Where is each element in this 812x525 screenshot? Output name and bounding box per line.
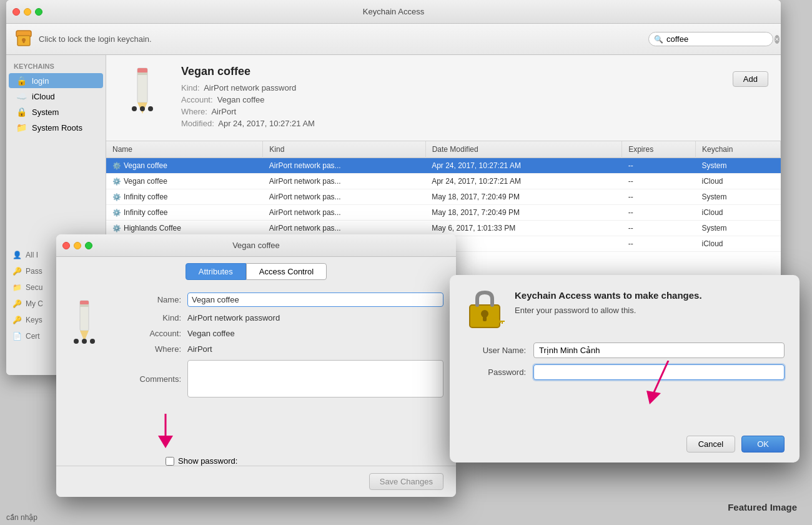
svg-marker-28 bbox=[646, 391, 661, 404]
form-where-value: AirPort bbox=[187, 344, 443, 354]
cell-kind: AirPort network pas... bbox=[263, 205, 425, 221]
table-row[interactable]: ⚙️Vegan coffee AirPort network pas... Ap… bbox=[106, 174, 781, 189]
col-date-modified[interactable]: Date Modified bbox=[425, 141, 622, 158]
vegan-dialog: Vegan coffee Attributes Access Control N… bbox=[56, 234, 456, 497]
minimize-button[interactable] bbox=[24, 8, 31, 16]
lock-icon-system: 🔒 bbox=[16, 107, 27, 117]
auth-dialog: Keychain Access wants to make changes. E… bbox=[450, 275, 800, 462]
sidebar-item-system[interactable]: 🔒 System bbox=[9, 104, 103, 119]
form-where-label: Where: bbox=[125, 344, 187, 354]
traffic-lights bbox=[12, 8, 42, 16]
form-name-value bbox=[187, 292, 443, 307]
svg-point-10 bbox=[148, 106, 153, 111]
row-icon: ⚙️ bbox=[112, 178, 121, 185]
cell-keychain: System bbox=[696, 221, 781, 236]
search-icon: 🔍 bbox=[654, 35, 663, 44]
table-row[interactable]: ⚙️Highlands Coffee AirPort network pas..… bbox=[106, 221, 781, 236]
tab-access-control[interactable]: Access Control bbox=[246, 263, 327, 280]
close-button[interactable] bbox=[12, 8, 20, 16]
cell-name: ⚙️Vegan coffee bbox=[106, 174, 263, 189]
cell-keychain: iCloud bbox=[696, 174, 781, 189]
show-password-checkbox[interactable] bbox=[166, 457, 174, 466]
auth-buttons: Cancel OK bbox=[465, 436, 785, 452]
bg-item-passwords: 🔑Pass bbox=[6, 263, 56, 279]
auth-fields: User Name: Password: bbox=[465, 342, 785, 380]
search-clear-button[interactable]: ✕ bbox=[775, 35, 780, 44]
cell-expires: -- bbox=[622, 189, 696, 205]
cell-keychain: System bbox=[696, 158, 781, 174]
cancel-button[interactable]: Cancel bbox=[686, 436, 735, 452]
ok-button[interactable]: OK bbox=[741, 436, 785, 452]
sidebar-item-icloud[interactable]: ☁️ iCloud bbox=[9, 89, 103, 104]
row-icon: ⚙️ bbox=[112, 162, 121, 169]
row-icon: ⚙️ bbox=[112, 224, 121, 232]
detail-info: Vegan coffee Kind: AirPort network passw… bbox=[181, 65, 720, 131]
cell-kind: AirPort network pas... bbox=[263, 189, 425, 205]
auth-username-input[interactable] bbox=[533, 342, 785, 358]
cell-date-modified: Apr 24, 2017, 10:27:21 AM bbox=[425, 174, 622, 189]
col-kind[interactable]: Kind bbox=[263, 141, 425, 158]
form-name-label: Name: bbox=[125, 295, 187, 304]
main-titlebar: Keychain Access bbox=[6, 0, 781, 24]
featured-image-label: Featured Image bbox=[728, 502, 797, 512]
folder-icon: 📁 bbox=[16, 122, 27, 132]
add-button[interactable]: Add bbox=[733, 71, 768, 87]
cell-kind: AirPort network pas... bbox=[263, 158, 425, 174]
window-title: Keychain Access bbox=[363, 7, 424, 16]
form-name-row: Name: bbox=[125, 292, 443, 307]
auth-arrow-annotation bbox=[643, 361, 675, 412]
search-input[interactable] bbox=[666, 34, 771, 44]
lock-icon-small: 🔒 bbox=[16, 76, 27, 86]
svg-rect-22 bbox=[483, 315, 487, 321]
bottom-text: cần nhập bbox=[6, 513, 37, 522]
dialog-close-button[interactable] bbox=[62, 242, 70, 249]
tab-attributes[interactable]: Attributes bbox=[186, 263, 246, 280]
auth-subtitle: Enter your password to allow this. bbox=[515, 306, 702, 315]
dialog-footer: Save Changes bbox=[56, 466, 456, 497]
detail-account-label: Account: bbox=[181, 95, 213, 104]
cell-name: ⚙️Infinity coffee bbox=[106, 189, 263, 205]
form-name-input[interactable] bbox=[187, 292, 443, 307]
detail-icon bbox=[119, 65, 169, 115]
maximize-button[interactable] bbox=[35, 8, 42, 16]
auth-password-row: Password: bbox=[465, 364, 785, 380]
arrow-annotation bbox=[153, 414, 178, 453]
svg-point-9 bbox=[140, 106, 145, 111]
table-row[interactable]: ⚙️Infinity coffee AirPort network pas...… bbox=[106, 189, 781, 205]
show-password-row: Show password: bbox=[166, 456, 237, 466]
cell-name: ⚙️Vegan coffee bbox=[106, 158, 263, 174]
form-comments-row: Comments: bbox=[125, 360, 443, 398]
sidebar-item-system-roots[interactable]: 📁 System Roots bbox=[9, 120, 103, 135]
auth-title: Keychain Access wants to make changes. bbox=[515, 290, 702, 301]
svg-rect-13 bbox=[80, 301, 89, 305]
col-keychain[interactable]: Keychain bbox=[696, 141, 781, 158]
col-name[interactable]: Name bbox=[106, 141, 263, 158]
detail-where-row: Where: AirPort bbox=[181, 107, 720, 116]
dialog-min-button[interactable] bbox=[74, 242, 81, 249]
cell-expires: -- bbox=[622, 205, 696, 221]
detail-kind-row: Kind: AirPort network password bbox=[181, 83, 720, 92]
form-comments-label: Comments: bbox=[125, 374, 187, 384]
cloud-icon: ☁️ bbox=[16, 91, 27, 101]
cell-expires: -- bbox=[622, 158, 696, 174]
cell-expires: -- bbox=[622, 236, 696, 252]
sidebar-item-system-roots-label: System Roots bbox=[32, 123, 82, 132]
dialog-max-button[interactable] bbox=[85, 242, 92, 249]
table-row[interactable]: ⚙️Vegan coffee AirPort network pas... Ap… bbox=[106, 158, 781, 174]
svg-point-16 bbox=[82, 339, 87, 344]
dialog-form: Name: Kind: AirPort network password Acc… bbox=[125, 292, 443, 404]
svg-point-17 bbox=[90, 339, 95, 344]
svg-rect-3 bbox=[23, 40, 25, 43]
row-icon: ⚙️ bbox=[112, 209, 121, 216]
col-expires[interactable]: Expires bbox=[622, 141, 696, 158]
auth-text-block: Keychain Access wants to make changes. E… bbox=[515, 290, 702, 315]
svg-point-15 bbox=[74, 339, 79, 344]
sidebar-item-login[interactable]: 🔒 login bbox=[9, 73, 103, 88]
lock-icon[interactable] bbox=[14, 29, 34, 49]
save-changes-button[interactable]: Save Changes bbox=[369, 473, 443, 490]
svg-rect-6 bbox=[137, 68, 147, 73]
table-row[interactable]: ⚙️Infinity coffee AirPort network pas...… bbox=[106, 205, 781, 221]
form-comments-textarea[interactable] bbox=[187, 360, 443, 398]
cell-kind: AirPort network pas... bbox=[263, 221, 425, 236]
detail-modified-label: Modified: bbox=[181, 119, 214, 128]
